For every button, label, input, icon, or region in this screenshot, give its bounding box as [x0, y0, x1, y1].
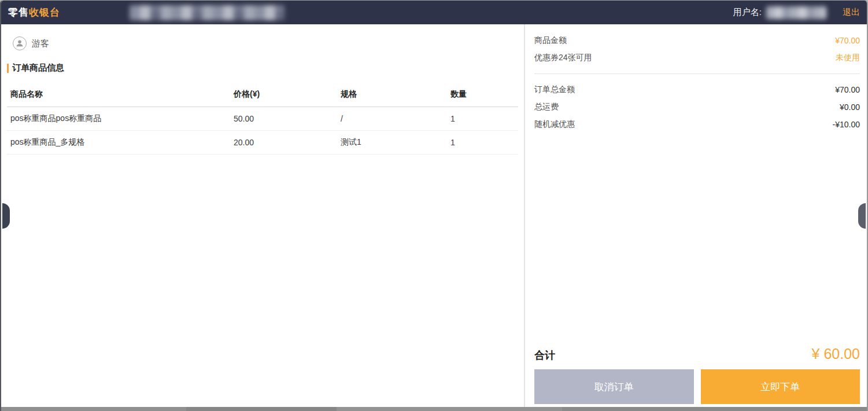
summary-row-order-total: 订单总金额 ¥70.00	[534, 81, 860, 98]
app-title-prefix: 零售	[8, 7, 29, 18]
summary-label: 订单总金额	[534, 85, 575, 95]
cell-price: 50.00	[230, 107, 337, 131]
top-bar: 零售收银台 用户名: 退出	[1, 1, 867, 24]
action-buttons: 取消订单 立即下单	[534, 369, 860, 404]
column-header-spec: 规格	[337, 84, 447, 107]
summary-label: 商品金额	[534, 35, 567, 46]
top-bar-right: 用户名: 退出	[733, 6, 860, 19]
order-goods-panel: 游客 订单商品信息 商品名称 价格(¥) 规格 数量	[1, 24, 525, 408]
total-label: 合计	[534, 348, 555, 362]
column-header-price: 价格(¥)	[230, 84, 337, 107]
guest-avatar-icon	[13, 36, 27, 50]
summary-value: ¥0.00	[840, 102, 860, 112]
summary-label: 优惠券24张可用	[534, 53, 592, 63]
logout-button[interactable]: 退出	[843, 7, 860, 18]
goods-table: 商品名称 价格(¥) 规格 数量 pos称重商品pos称重商品 50.00 / …	[7, 84, 518, 155]
summary-value: -¥10.00	[833, 120, 860, 129]
summary-value: ¥70.00	[835, 36, 860, 45]
section-title-order-goods: 订单商品信息	[7, 63, 518, 74]
total-row: 合计 ¥ 60.00	[534, 346, 860, 362]
app-title: 零售收银台	[8, 6, 60, 19]
order-summary-panel: 商品金额 ¥70.00 优惠券24张可用 未使用 订单总金额 ¥70.00 总运…	[525, 24, 867, 408]
summary-label: 总运费	[534, 102, 559, 112]
left-drawer-handle[interactable]	[2, 203, 10, 229]
taskbar-segment	[562, 407, 867, 411]
cell-price: 20.00	[230, 131, 337, 155]
section-accent-bar	[7, 64, 9, 73]
taskbar-peek	[1, 407, 867, 411]
coupon-status[interactable]: 未使用	[836, 53, 860, 63]
column-header-name: 商品名称	[7, 84, 230, 107]
taskbar-segment	[186, 407, 337, 411]
right-drawer-handle[interactable]	[858, 203, 866, 229]
pos-window: 零售收银台 用户名: 退出 游客 订单商品信息	[0, 0, 868, 411]
summary-divider	[534, 74, 860, 74]
redacted-store-name	[130, 5, 285, 20]
cell-qty: 1	[447, 131, 518, 155]
cell-product-name: pos称重商品_多规格	[7, 131, 230, 155]
summary-row-goods-amount: 商品金额 ¥70.00	[534, 32, 860, 49]
taskbar-segment	[337, 407, 562, 411]
goods-table-header-row: 商品名称 价格(¥) 规格 数量	[7, 84, 518, 107]
summary-value: ¥70.00	[835, 85, 860, 94]
section-title-text: 订单商品信息	[12, 63, 64, 74]
summary-row-random-discount: 随机减优惠 -¥10.00	[534, 116, 860, 133]
place-order-button[interactable]: 立即下单	[701, 369, 860, 404]
cancel-order-button[interactable]: 取消订单	[534, 369, 694, 404]
customer-row[interactable]: 游客	[13, 36, 518, 51]
summary-row-shipping: 总运费 ¥0.00	[534, 98, 860, 116]
column-header-qty: 数量	[447, 84, 518, 107]
cell-spec: 测试1	[337, 131, 447, 155]
table-row[interactable]: pos称重商品_多规格 20.00 测试1 1	[7, 131, 518, 155]
redacted-username	[766, 6, 826, 19]
summary-row-coupon[interactable]: 优惠券24张可用 未使用	[534, 49, 860, 67]
summary-label: 随机减优惠	[534, 119, 575, 130]
cell-spec: /	[337, 107, 447, 131]
spacer	[534, 133, 860, 346]
cell-product-name: pos称重商品pos称重商品	[7, 107, 230, 131]
cell-qty: 1	[447, 107, 518, 131]
total-amount: ¥ 60.00	[812, 346, 860, 362]
table-row[interactable]: pos称重商品pos称重商品 50.00 / 1	[7, 107, 518, 131]
guest-label: 游客	[32, 38, 49, 49]
taskbar-segment	[1, 407, 186, 411]
content-area: 游客 订单商品信息 商品名称 价格(¥) 规格 数量	[1, 24, 867, 408]
app-title-accent: 收银台	[29, 7, 60, 18]
username-label: 用户名:	[733, 7, 762, 18]
